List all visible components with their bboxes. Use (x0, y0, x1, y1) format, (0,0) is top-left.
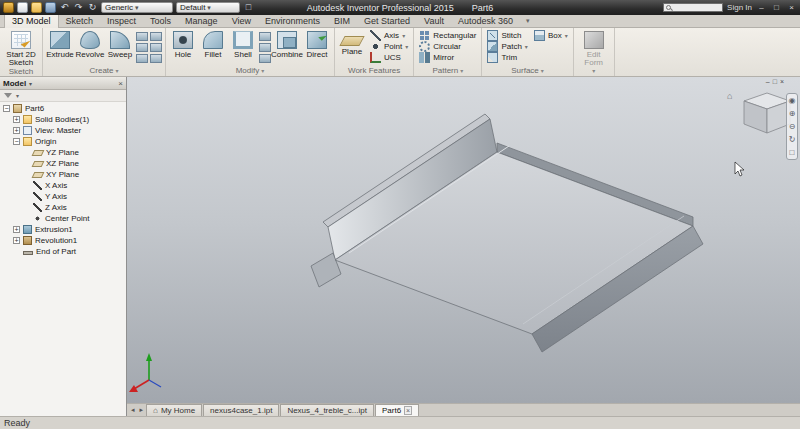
group-label-create[interactable]: Create ▾ (43, 65, 165, 76)
shell-button[interactable]: Shell (229, 30, 257, 59)
save-icon[interactable] (45, 2, 56, 13)
combine-button[interactable]: Combine (273, 30, 301, 59)
trim-button[interactable]: Trim (485, 52, 529, 63)
sign-in-button[interactable]: Sign In (727, 3, 752, 12)
circular-pattern-button[interactable]: Circular (417, 41, 478, 52)
doc-minimize-icon[interactable]: – (766, 78, 770, 86)
3d-part-canvas[interactable]: ⌂ (127, 77, 800, 403)
doc-close-icon[interactable]: × (780, 78, 784, 86)
open-file-icon[interactable] (31, 2, 42, 13)
search-input[interactable] (663, 3, 723, 12)
filter-icon[interactable] (4, 93, 12, 98)
tree-item-z-axis[interactable]: Z Axis (0, 202, 126, 213)
edit-form-button[interactable]: Edit Form ▾ (577, 30, 611, 75)
tree-item-xy-plane[interactable]: XY Plane (0, 169, 126, 180)
start-2d-sketch-button[interactable]: Start 2D Sketch (3, 30, 39, 67)
tree-item-end-of-part[interactable]: End of Part (0, 246, 126, 257)
tree-expander-icon[interactable]: + (13, 226, 20, 233)
ribbon-display-options-icon[interactable]: ▾ (526, 15, 530, 27)
tree-expander-icon[interactable]: + (13, 116, 20, 123)
graphics-viewport[interactable]: – □ × (127, 77, 800, 403)
ribbon-tab-inspect[interactable]: Inspect (100, 15, 143, 27)
redo-icon[interactable]: ↷ (73, 2, 84, 13)
tree-expander-icon[interactable]: + (13, 127, 20, 134)
create-tool-icon-1[interactable] (136, 32, 148, 41)
tree-item-solid-bodies-1[interactable]: +Solid Bodies(1) (0, 114, 126, 125)
ribbon-tab-sketch[interactable]: Sketch (59, 15, 101, 27)
group-label-surface[interactable]: Surface ▾ (482, 65, 572, 76)
ribbon-tab-autodesk-360[interactable]: Autodesk 360 (451, 15, 520, 27)
navigation-wheel-icon[interactable]: ◉ (789, 96, 796, 105)
hole-button[interactable]: Hole (169, 30, 197, 59)
ribbon-tab-3d-model[interactable]: 3D Model (4, 14, 59, 28)
ribbon-tab-view[interactable]: View (225, 15, 258, 27)
mirror-button[interactable]: Mirror (417, 52, 478, 63)
update-icon[interactable]: ↻ (87, 2, 98, 13)
revolve-button[interactable]: Revolve (76, 30, 104, 59)
ribbon-tab-manage[interactable]: Manage (178, 15, 225, 27)
material-select[interactable]: Generic ▾ (101, 2, 173, 13)
tree-item-x-axis[interactable]: X Axis (0, 180, 126, 191)
ribbon-tab-get-started[interactable]: Get Started (357, 15, 417, 27)
modify-tool-icon-1[interactable] (259, 32, 271, 41)
tab-scroll-right-icon[interactable]: ▸ (138, 404, 146, 416)
create-tool-icon-3[interactable] (136, 54, 148, 63)
tab-close-icon[interactable]: × (404, 406, 412, 415)
appearance-select[interactable]: Default ▾ (176, 2, 240, 13)
doc-tab-my-home[interactable]: ⌂My Home (146, 404, 202, 416)
tree-item-view-master[interactable]: +View: Master (0, 125, 126, 136)
look-at-icon[interactable]: □ (790, 148, 795, 157)
zoom-icon[interactable]: ⊖ (789, 122, 796, 131)
browser-close-icon[interactable]: × (118, 78, 123, 89)
sheet-metal-part[interactable] (311, 114, 703, 352)
tree-item-center-point[interactable]: Center Point (0, 213, 126, 224)
viewcube[interactable] (744, 93, 790, 133)
tree-item-origin[interactable]: −Origin (0, 136, 126, 147)
direct-button[interactable]: Direct (303, 30, 331, 59)
modify-tool-icon-3[interactable] (259, 54, 271, 63)
extrude-button[interactable]: Extrude (46, 30, 74, 59)
chevron-down-icon[interactable]: ▾ (29, 80, 32, 87)
tab-scroll-left-icon[interactable]: ◂ (129, 404, 137, 416)
tree-expander-icon[interactable]: − (13, 138, 20, 145)
plane-button[interactable]: Plane (338, 30, 366, 56)
ribbon-tab-bim[interactable]: BIM (327, 15, 357, 27)
tree-item-revolution1[interactable]: +Revolution1 (0, 235, 126, 246)
tree-item-y-axis[interactable]: Y Axis (0, 191, 126, 202)
create-tool-icon-2[interactable] (136, 43, 148, 52)
modify-tool-icon-2[interactable] (259, 43, 271, 52)
axis-button[interactable]: Axis ▾ (368, 30, 410, 41)
create-tool-icon-6[interactable] (150, 54, 162, 63)
create-tool-icon-5[interactable] (150, 43, 162, 52)
ucs-button[interactable]: UCS (368, 52, 410, 63)
ribbon-tab-environments[interactable]: Environments (258, 15, 327, 27)
point-button[interactable]: Point ▾ (368, 41, 410, 52)
window-maximize-button[interactable]: □ (771, 2, 782, 13)
group-label-modify[interactable]: Modify ▾ (166, 65, 334, 76)
measure-icon[interactable]: □ (243, 2, 254, 13)
app-logo-icon[interactable] (3, 2, 14, 13)
stitch-button[interactable]: Stitch (485, 30, 529, 41)
create-tool-icon-4[interactable] (150, 32, 162, 41)
browser-header[interactable]: Model ▾ × (0, 77, 126, 90)
undo-icon[interactable]: ↶ (59, 2, 70, 13)
chevron-down-icon[interactable]: ▾ (16, 92, 19, 99)
box-button[interactable]: Box ▾ (532, 30, 570, 41)
tree-item-xz-plane[interactable]: XZ Plane (0, 158, 126, 169)
group-label-pattern[interactable]: Pattern ▾ (414, 65, 481, 76)
ribbon-tab-tools[interactable]: Tools (143, 15, 178, 27)
viewcube-home-icon[interactable]: ⌂ (727, 91, 732, 101)
sweep-button[interactable]: Sweep (106, 30, 134, 59)
doc-restore-icon[interactable]: □ (773, 78, 777, 86)
tree-expander-icon[interactable]: + (13, 237, 20, 244)
window-minimize-button[interactable]: – (756, 2, 767, 13)
orbit-icon[interactable]: ↻ (789, 135, 796, 144)
doc-tab-part6[interactable]: Part6× (375, 404, 419, 416)
doc-tab-nexus4case-1-ipt[interactable]: nexus4case_1.ipt (203, 404, 279, 416)
fillet-button[interactable]: Fillet (199, 30, 227, 59)
tree-item-part6[interactable]: −Part6 (0, 103, 126, 114)
patch-button[interactable]: Patch ▾ (485, 41, 529, 52)
doc-tab-nexus-4-treble-c-ipt[interactable]: Nexus_4_treble_c...ipt (280, 404, 374, 416)
window-close-button[interactable]: × (786, 2, 797, 13)
rectangular-pattern-button[interactable]: Rectangular (417, 30, 478, 41)
